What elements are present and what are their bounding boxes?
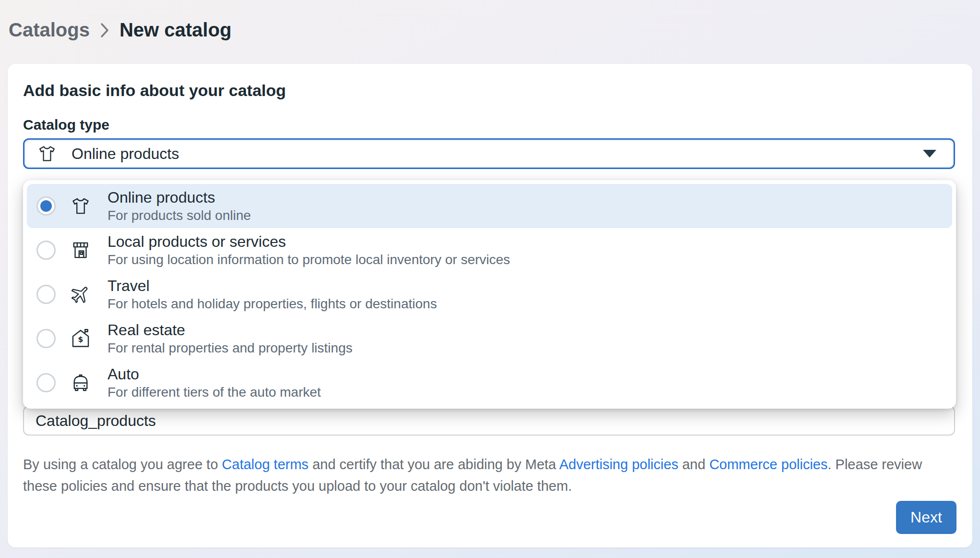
page-title: New catalog <box>120 19 231 41</box>
house-icon <box>70 328 91 349</box>
breadcrumb-catalogs-link[interactable]: Catalogs <box>9 19 90 41</box>
catalog-type-label: Catalog type <box>23 117 109 133</box>
option-description: For different tiers of the auto market <box>108 384 321 401</box>
radio-button[interactable] <box>36 373 56 392</box>
card-heading: Add basic info about your catalog <box>23 81 286 100</box>
breadcrumb: Catalogs New catalog <box>9 19 231 41</box>
radio-button[interactable] <box>36 285 56 304</box>
legal-text: By using a catalog you agree to Catalog … <box>23 454 944 497</box>
plane-icon <box>70 284 91 305</box>
car-icon <box>70 372 91 393</box>
option-title: Real estate <box>108 320 352 340</box>
next-button[interactable]: Next <box>896 501 956 534</box>
catalog-name-input[interactable] <box>23 406 955 436</box>
option-title: Travel <box>108 276 437 295</box>
new-catalog-card: Add basic info about your catalog Catalo… <box>8 64 972 547</box>
legal-text-segment: and <box>678 457 709 472</box>
option-title: Auto <box>108 364 321 384</box>
option-description: For products sold online <box>108 207 251 224</box>
tshirt-icon <box>37 144 57 164</box>
radio-button[interactable] <box>36 241 56 260</box>
catalog-type-select-value: Online products <box>72 145 179 163</box>
radio-button[interactable] <box>36 196 56 216</box>
catalog-type-option[interactable]: Online products For products sold online <box>27 184 952 228</box>
option-description: For using location information to promot… <box>108 251 510 268</box>
catalog-type-option[interactable]: Travel For hotels and holiday properties… <box>27 272 952 316</box>
legal-link[interactable]: Commerce policies <box>709 457 828 472</box>
radio-button[interactable] <box>36 329 56 348</box>
storefront-icon <box>70 240 91 261</box>
chevron-right-icon <box>99 22 110 39</box>
legal-link[interactable]: Advertising policies <box>559 457 678 472</box>
option-title: Local products or services <box>108 232 510 251</box>
legal-text-segment: By using a catalog you agree to <box>23 457 222 472</box>
tshirt-icon <box>70 195 91 217</box>
option-description: For rental properties and property listi… <box>108 340 352 357</box>
option-description: For hotels and holiday properties, fligh… <box>108 295 437 313</box>
legal-link[interactable]: Catalog terms <box>222 457 309 472</box>
option-title: Online products <box>108 188 251 207</box>
catalog-type-select[interactable]: Online products <box>23 138 955 169</box>
catalog-type-listbox: Online products For products sold online… <box>23 180 956 409</box>
chevron-down-icon <box>923 150 936 158</box>
legal-text-segment: and certify that you are abiding by Meta <box>309 457 559 472</box>
catalog-type-option[interactable]: Auto For different tiers of the auto mar… <box>27 361 952 405</box>
catalog-type-option[interactable]: Real estate For rental properties and pr… <box>27 316 952 361</box>
catalog-type-option[interactable]: Local products or services For using loc… <box>27 228 952 272</box>
